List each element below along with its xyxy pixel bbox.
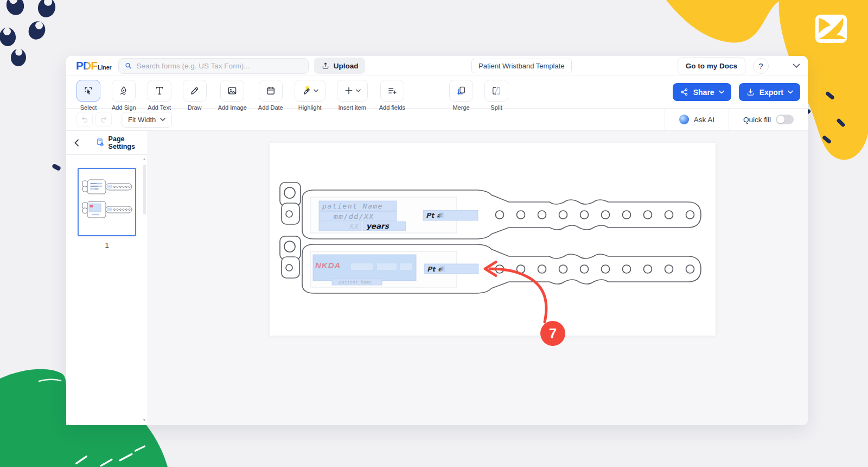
tool-add-fields[interactable]: Add fields bbox=[379, 80, 405, 111]
page-thumbnail-preview bbox=[79, 169, 135, 235]
tool-add-text[interactable]: Add Text bbox=[148, 80, 171, 111]
upload-icon bbox=[321, 61, 330, 70]
chevron-down-icon bbox=[788, 90, 793, 94]
collapse-sidebar-button[interactable] bbox=[74, 139, 86, 147]
tool-add-image[interactable]: Add Image bbox=[218, 80, 247, 111]
search-icon bbox=[124, 61, 132, 70]
patient-name-small-placeholder: patient Name bbox=[339, 280, 372, 285]
tool-label: Highlight bbox=[298, 104, 322, 111]
tool-insert-item[interactable]: Insert item bbox=[337, 80, 368, 111]
tool-label: Insert item bbox=[339, 104, 366, 111]
ask-ai-label: Ask AI bbox=[694, 116, 714, 124]
tool-select[interactable]: Select bbox=[76, 80, 100, 111]
page-settings-label: Page Settings bbox=[108, 135, 148, 150]
scroll-down-arrow[interactable]: ▼ bbox=[142, 418, 146, 422]
undo-icon bbox=[80, 115, 89, 124]
share-label: Share bbox=[693, 88, 714, 97]
page-thumbnail-1[interactable]: 1 bbox=[78, 168, 136, 249]
step-badge: 7 bbox=[540, 321, 565, 346]
text-icon bbox=[154, 85, 165, 96]
redo-button[interactable] bbox=[95, 112, 112, 127]
highlighter-icon bbox=[301, 85, 312, 96]
allergy-value: NKDA bbox=[315, 261, 341, 270]
collapse-header-button[interactable] bbox=[793, 64, 800, 68]
tool-draw[interactable]: Draw bbox=[183, 80, 207, 111]
page-background: PDF Liner Upload Patient Wristband Templ… bbox=[0, 0, 868, 467]
quick-fill-label: Quick fill bbox=[743, 116, 771, 124]
page-settings-icon bbox=[96, 137, 105, 148]
tool-merge[interactable]: Merge bbox=[449, 80, 473, 111]
tool-add-sign[interactable]: Add Sign bbox=[112, 80, 136, 111]
search-input[interactable] bbox=[137, 62, 303, 70]
page-settings-button[interactable]: Page Settings bbox=[96, 135, 148, 150]
tool-label: Add Text bbox=[148, 104, 171, 111]
form-fields-icon bbox=[387, 85, 398, 96]
select-cursor-icon bbox=[83, 85, 94, 96]
tool-label: Add Sign bbox=[112, 104, 136, 111]
tool-label: Select bbox=[80, 104, 97, 111]
chevron-down-icon bbox=[793, 64, 800, 68]
image-icon bbox=[227, 85, 238, 96]
view-toolbar: Fit Width Ask AI Quick fill bbox=[66, 109, 808, 131]
document-title[interactable]: Patient Wristband Template bbox=[471, 59, 572, 73]
scroll-up-arrow[interactable]: ▲ bbox=[142, 157, 146, 161]
chevron-left-icon bbox=[74, 139, 79, 147]
allergy-field-ghost bbox=[351, 263, 373, 270]
age-unit-value: years bbox=[366, 222, 390, 230]
step-number: 7 bbox=[549, 325, 557, 342]
pages-sidebar: Page Settings bbox=[66, 131, 148, 425]
app-header: PDF Liner Upload Patient Wristband Templ… bbox=[66, 56, 808, 75]
scrollbar-thumb[interactable] bbox=[143, 165, 146, 214]
help-button[interactable]: ? bbox=[753, 58, 769, 74]
editor-canvas[interactable]: patient Name mm/dd/XX XX years Pt # bbox=[148, 131, 808, 425]
export-button[interactable]: Export bbox=[739, 83, 800, 101]
share-button[interactable]: Share bbox=[673, 83, 731, 101]
tool-label: Merge bbox=[452, 104, 469, 111]
export-label: Export bbox=[760, 88, 783, 97]
search-bar[interactable] bbox=[118, 58, 309, 74]
chevron-down-icon bbox=[719, 90, 724, 94]
navy-blobs bbox=[0, 0, 61, 171]
dob-placeholder: mm/dd/XX bbox=[333, 212, 374, 220]
patient-name-placeholder: patient Name bbox=[322, 202, 383, 210]
quick-fill-toggle[interactable] bbox=[776, 115, 794, 124]
wristband-top: patient Name mm/dd/XX XX years Pt # bbox=[280, 182, 701, 239]
calendar-icon bbox=[265, 85, 276, 96]
download-icon bbox=[746, 87, 755, 97]
redo-icon bbox=[99, 115, 108, 124]
tool-add-date[interactable]: Add Date bbox=[258, 80, 283, 111]
pdfliner-logo-mark bbox=[815, 15, 847, 43]
logo-pdf-text: PDF bbox=[76, 59, 97, 72]
upload-button[interactable]: Upload bbox=[314, 58, 366, 74]
allergy-field-ghost bbox=[400, 263, 412, 270]
tool-label: Draw bbox=[188, 104, 202, 111]
tool-label: Add fields bbox=[379, 104, 405, 111]
plus-icon bbox=[343, 85, 354, 96]
ai-orb-icon bbox=[679, 115, 689, 124]
signature-icon bbox=[118, 85, 129, 96]
zoom-mode-dropdown[interactable]: Fit Width bbox=[122, 112, 172, 128]
tool-highlight[interactable]: Highlight bbox=[295, 80, 326, 111]
upload-label: Upload bbox=[334, 62, 359, 70]
undo-button[interactable] bbox=[76, 112, 93, 127]
quick-fill-control: Quick fill bbox=[729, 109, 808, 130]
pen-icon bbox=[189, 85, 200, 96]
tool-split[interactable]: Split bbox=[484, 80, 508, 111]
pdfliner-logo[interactable]: PDF Liner bbox=[76, 59, 112, 72]
go-to-my-docs-button[interactable]: Go to my Docs bbox=[678, 58, 745, 74]
tool-label: Add Date bbox=[258, 104, 283, 111]
sidebar-scrollbar[interactable]: ▲ ▼ bbox=[142, 157, 147, 422]
document-page[interactable]: patient Name mm/dd/XX XX years Pt # bbox=[270, 143, 716, 336]
tool-label: Add Image bbox=[218, 104, 247, 111]
chevron-down-icon bbox=[314, 89, 318, 92]
pt-number-cursor bbox=[441, 266, 445, 272]
chevron-down-icon bbox=[160, 118, 165, 121]
wristband-template-graphics: patient Name mm/dd/XX XX years Pt # bbox=[270, 143, 716, 336]
ask-ai-button[interactable]: Ask AI bbox=[665, 109, 729, 130]
pt-number-cursor bbox=[439, 212, 444, 218]
allergy-field-ghost bbox=[377, 263, 397, 270]
toggle-knob bbox=[777, 116, 784, 123]
editor-toolbar: Select Add Sign Add Te bbox=[66, 75, 808, 109]
split-document-icon bbox=[491, 85, 502, 96]
merge-documents-icon bbox=[456, 85, 467, 96]
